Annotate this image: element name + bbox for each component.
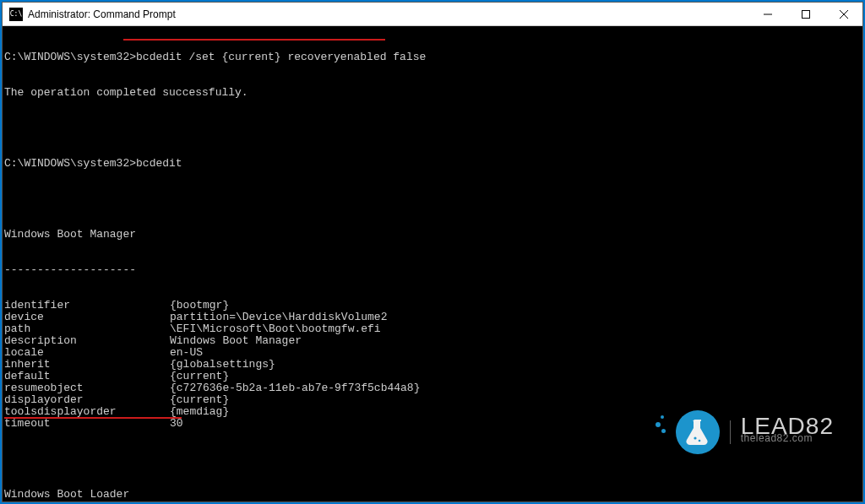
close-button[interactable] [824, 3, 862, 25]
window-controls [748, 3, 862, 25]
kv-key: identifier [4, 300, 170, 312]
kv-value: {c727636e-5b2a-11eb-ab7e-9f73f5cb44a8} [170, 382, 420, 394]
svg-point-4 [694, 436, 696, 439]
kv-key: toolsdisplayorder [4, 406, 170, 418]
kv-key: timeout [4, 418, 170, 430]
kv-key: path [4, 323, 170, 335]
section-header-bootmgr: Windows Boot Manager [4, 229, 861, 241]
watermark: LEAD82 thelead82.com [656, 410, 834, 454]
watermark-url: thelead82.com [741, 432, 834, 444]
highlight-underline-1 [123, 39, 385, 41]
kv-value: {current} [170, 370, 229, 382]
kv-value: {bootmgr} [170, 299, 229, 312]
window-title: Administrator: Command Prompt [28, 8, 748, 20]
kv-row: default{current} [4, 371, 861, 382]
kv-key: displayorder [4, 394, 170, 406]
kv-row: path\EFI\Microsoft\Boot\bootmgfw.efi [4, 323, 861, 335]
cmd-window: C:\ Administrator: Command Prompt C:\WIN… [2, 2, 863, 502]
section-divider: -------------------- [4, 264, 861, 276]
kv-key: description [4, 335, 170, 347]
prompt-line-1: C:\WINDOWS\system32>bcdedit /set {curren… [4, 51, 861, 63]
kv-row: identifier{bootmgr} [4, 300, 861, 312]
titlebar[interactable]: C:\ Administrator: Command Prompt [3, 3, 862, 26]
kv-row: localeen-US [4, 347, 861, 359]
cmd-icon: C:\ [9, 8, 23, 21]
kv-row: resumeobject{c727636e-5b2a-11eb-ab7e-9f7… [4, 382, 861, 394]
kv-value: {memdiag} [170, 405, 229, 418]
svg-point-5 [698, 440, 700, 442]
svg-rect-1 [802, 10, 809, 18]
kv-row: descriptionWindows Boot Manager [4, 335, 861, 347]
kv-value: partition=\Device\HarddiskVolume2 [170, 311, 387, 323]
kv-row: inherit{globalsettings} [4, 359, 861, 371]
kv-key: locale [4, 347, 170, 359]
kv-value: 30 [170, 417, 183, 430]
maximize-button[interactable] [786, 3, 824, 25]
result-1: The operation completed successfully. [4, 87, 861, 99]
kv-key: resumeobject [4, 382, 170, 394]
watermark-brand: LEAD82 [741, 420, 834, 432]
terminal-output[interactable]: C:\WINDOWS\system32>bcdedit /set {curren… [3, 26, 862, 501]
prompt-line-2: C:\WINDOWS\system32>bcdedit [4, 158, 861, 170]
kv-value: {current} [170, 393, 229, 406]
kv-value: en-US [170, 346, 203, 359]
kv-value: \EFI\Microsoft\Boot\bootmgfw.efi [170, 322, 381, 335]
kv-key: default [4, 371, 170, 382]
kv-value: Windows Boot Manager [170, 334, 302, 347]
minimize-button[interactable] [748, 3, 786, 25]
section-header-bootloader: Windows Boot Loader [4, 489, 861, 501]
kv-key: device [4, 312, 170, 323]
kv-row: devicepartition=\Device\HarddiskVolume2 [4, 312, 861, 323]
command-1: bcdedit /set {current} recoveryenabled f… [136, 51, 426, 63]
kv-key: inherit [4, 359, 170, 371]
highlight-underline-2 [4, 417, 182, 419]
flask-icon [676, 410, 720, 454]
bubble-icons [656, 415, 666, 449]
command-2: bcdedit [136, 157, 182, 170]
kv-row: displayorder{current} [4, 394, 861, 406]
kv-value: {globalsettings} [170, 358, 275, 371]
